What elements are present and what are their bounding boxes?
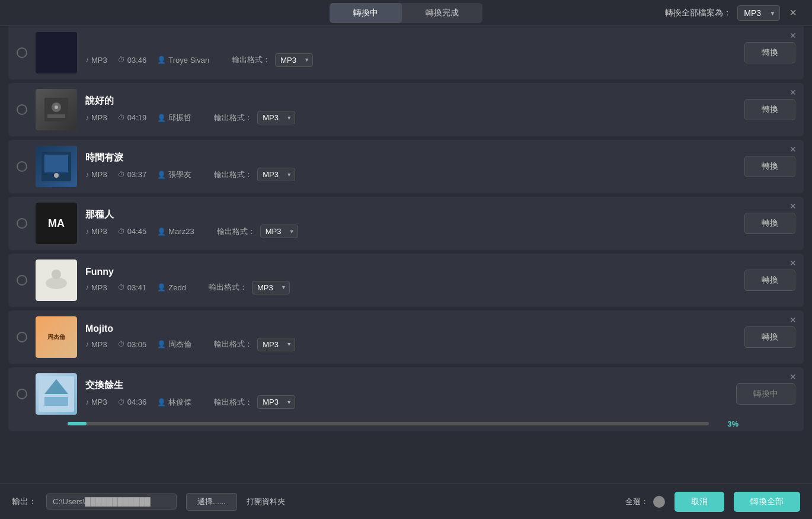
format-dropdown-wrap: MP3AACFLACWAV bbox=[275, 53, 313, 67]
song-meta: ♪ MP3 ⏱ 03:41 👤 Zedd 輸出格式： MP3AACFLACWAV bbox=[85, 281, 733, 294]
svg-rect-3 bbox=[47, 114, 65, 118]
select-folder-button[interactable]: 選擇...... bbox=[186, 493, 237, 511]
item-close-button[interactable]: ✕ bbox=[787, 371, 799, 383]
format-meta: ♪ MP3 bbox=[85, 227, 107, 236]
format-meta: ♪ MP3 bbox=[85, 398, 107, 406]
song-info: Mojito ♪ MP3 ⏱ 03:05 👤 周杰倫 輸出格式： bbox=[85, 323, 733, 351]
tab-done[interactable]: 轉換完成 bbox=[402, 3, 482, 23]
song-info: Funny ♪ MP3 ⏱ 03:41 👤 Zedd 輸出格式： bbox=[85, 267, 733, 294]
clock-icon: ⏱ bbox=[118, 171, 125, 179]
convert-button[interactable]: 轉換 bbox=[744, 99, 795, 120]
open-folder-button[interactable]: 打開資料夾 bbox=[247, 496, 285, 507]
item-close-button[interactable]: ✕ bbox=[787, 257, 799, 269]
clock-icon: ⏱ bbox=[118, 398, 125, 406]
duration-meta: ⏱ 04:36 bbox=[118, 398, 147, 406]
song-title: 那種人 bbox=[85, 209, 733, 221]
duration-meta: ⏱ 04:19 bbox=[118, 113, 147, 122]
person-icon: 👤 bbox=[157, 56, 166, 64]
person-icon: 👤 bbox=[157, 398, 166, 406]
output-label: 輸出： bbox=[12, 496, 37, 507]
person-icon: 👤 bbox=[157, 171, 166, 179]
cancel-button[interactable]: 取消 bbox=[674, 492, 724, 512]
song-checkbox[interactable] bbox=[17, 47, 27, 58]
select-all-toggle[interactable] bbox=[653, 496, 665, 508]
music-icon: ♪ bbox=[85, 340, 89, 348]
convert-button[interactable]: 轉換 bbox=[744, 213, 795, 234]
item-close-button[interactable]: ✕ bbox=[787, 314, 799, 326]
tab-group: 轉換中 轉換完成 bbox=[330, 3, 482, 23]
output-format: 輸出格式： MP3AACFLACWAV bbox=[209, 281, 290, 294]
song-thumbnail bbox=[36, 89, 77, 130]
song-format-select[interactable]: MP3AACFLACWAV bbox=[257, 338, 295, 351]
song-list: — ♪ MP3 ⏱ 03:46 👤 Troye Sivan 輸出格式： bbox=[0, 26, 812, 476]
song-meta: ♪ MP3 ⏱ 03:05 👤 周杰倫 輸出格式： MP3AACFLACWAV bbox=[85, 338, 733, 351]
song-thumbnail: 周杰倫 bbox=[36, 316, 77, 358]
select-all-label: 全選： bbox=[625, 496, 665, 508]
right-controls: 轉換全部檔案為： MP3 AAC FLAC WAV OGG × bbox=[665, 5, 800, 21]
output-format: 輸出格式： MP3AACFLACWAV bbox=[232, 53, 313, 67]
song-format-select[interactable]: MP3AACFLACWAV bbox=[257, 395, 295, 409]
global-format-select[interactable]: MP3 AAC FLAC WAV OGG bbox=[737, 5, 780, 21]
artist-meta: 👤 邱振哲 bbox=[157, 113, 191, 123]
song-checkbox[interactable] bbox=[17, 332, 27, 342]
song-checkbox[interactable] bbox=[17, 104, 27, 115]
convert-button[interactable]: 轉換 bbox=[744, 156, 795, 177]
format-dropdown-wrap: MP3AACFLACWAV bbox=[260, 225, 298, 238]
song-item: 時間有淚 ♪ MP3 ⏱ 03:37 👤 張學友 輸出格式： bbox=[8, 140, 804, 193]
item-close-button[interactable]: ✕ bbox=[787, 30, 799, 41]
song-title: 說好的 bbox=[85, 95, 733, 107]
output-format: 輸出格式： MP3AACFLACWAV bbox=[214, 395, 295, 409]
person-icon: 👤 bbox=[157, 114, 166, 122]
svg-point-9 bbox=[52, 270, 61, 279]
convert-button[interactable]: 轉換 bbox=[744, 326, 795, 348]
convert-all-button[interactable]: 轉換全部 bbox=[734, 492, 800, 512]
song-checkbox[interactable] bbox=[17, 161, 27, 172]
convert-in-progress-button: 轉換中 bbox=[736, 383, 795, 405]
song-format-select[interactable]: MP3AACFLACWAV bbox=[260, 225, 298, 238]
song-item: 周杰倫 Mojito ♪ MP3 ⏱ 03:05 👤 周杰倫 輸出格式： bbox=[8, 310, 804, 364]
song-format-select[interactable]: MP3AACFLACWAV bbox=[257, 168, 295, 181]
song-format-select[interactable]: MP3AACFLACWAV bbox=[252, 281, 290, 294]
duration-meta: ⏱ 03:05 bbox=[118, 340, 147, 349]
duration-meta: ⏱ 03:46 bbox=[118, 56, 147, 65]
song-meta: ♪ MP3 ⏱ 04:45 👤 Marz23 輸出格式： MP3AACFLACW… bbox=[85, 225, 733, 238]
item-close-button[interactable]: ✕ bbox=[787, 86, 799, 98]
bottom-bar: 輸出： C:\Users\████████████ 選擇...... 打開資料夾… bbox=[0, 483, 812, 519]
song-checkbox[interactable] bbox=[17, 275, 27, 286]
artist-meta: 👤 Zedd bbox=[157, 283, 186, 292]
song-format-select[interactable]: MP3AACFLACWAV bbox=[275, 53, 313, 67]
svg-rect-5 bbox=[44, 155, 68, 172]
output-format: 輸出格式： MP3AACFLACWAV bbox=[214, 168, 295, 181]
convert-all-format-label: 轉換全部檔案為： bbox=[665, 8, 731, 18]
duration-meta: ⏱ 03:41 bbox=[118, 283, 147, 292]
clock-icon: ⏱ bbox=[118, 114, 125, 122]
format-meta: ♪ MP3 bbox=[85, 170, 107, 179]
song-info: 交換餘生 ♪ MP3 ⏱ 04:36 👤 林俊傑 輸出格式： bbox=[85, 379, 724, 409]
song-meta: ♪ MP3 ⏱ 03:46 👤 Troye Sivan 輸出格式： MP3AAC… bbox=[85, 53, 733, 67]
convert-button[interactable]: 轉換 bbox=[744, 270, 795, 291]
progress-text: 3% bbox=[727, 419, 739, 428]
song-item: MA 那種人 ♪ MP3 ⏱ 04:45 👤 Marz23 輸出格式： bbox=[8, 197, 804, 250]
svg-point-6 bbox=[54, 173, 59, 178]
music-icon: ♪ bbox=[85, 171, 89, 179]
item-close-button[interactable]: ✕ bbox=[787, 143, 799, 155]
song-item: 交換餘生 ♪ MP3 ⏱ 04:36 👤 林俊傑 輸出格式： bbox=[8, 367, 804, 431]
output-format: 輸出格式： MP3AACFLACWAV bbox=[214, 338, 295, 351]
song-meta: ♪ MP3 ⏱ 04:19 👤 邱振哲 輸出格式： MP3AACFLACWAV bbox=[85, 111, 733, 124]
artist-meta: 👤 林俊傑 bbox=[157, 397, 191, 408]
close-button[interactable]: × bbox=[786, 5, 800, 21]
duration-meta: ⏱ 03:37 bbox=[118, 170, 147, 179]
format-dropdown-wrap: MP3AACFLACWAV bbox=[257, 395, 295, 409]
song-item: — ♪ MP3 ⏱ 03:46 👤 Troye Sivan 輸出格式： bbox=[8, 26, 804, 79]
artist-meta: 👤 Marz23 bbox=[157, 227, 194, 236]
tab-converting[interactable]: 轉換中 bbox=[330, 3, 402, 23]
song-checkbox[interactable] bbox=[17, 218, 27, 229]
convert-button[interactable]: 轉換 bbox=[744, 42, 795, 63]
song-checkbox[interactable] bbox=[17, 389, 27, 399]
music-icon: ♪ bbox=[85, 56, 89, 64]
song-thumbnail: MA bbox=[36, 203, 77, 244]
format-meta: ♪ MP3 bbox=[85, 340, 107, 349]
song-format-select[interactable]: MP3AACFLACWAV bbox=[257, 111, 295, 124]
person-icon: 👤 bbox=[157, 340, 166, 348]
item-close-button[interactable]: ✕ bbox=[787, 200, 799, 212]
